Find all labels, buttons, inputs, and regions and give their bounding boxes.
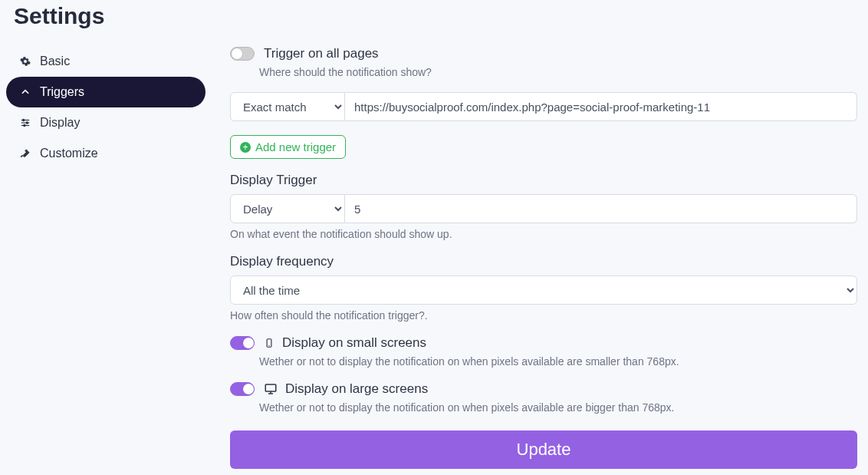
helper-text: Where should the notification show? [259,66,857,78]
toggle-display-small-screens[interactable] [230,336,255,350]
select-trigger-match-type[interactable]: Exact match [230,92,345,121]
page-title: Settings [14,3,868,29]
add-new-trigger-label: Add new trigger [255,140,336,153]
display-frequency-label: Display frequency [230,254,857,269]
sidebar-item-label: Basic [40,54,70,68]
desktop-icon [264,382,278,396]
svg-point-3 [26,122,28,124]
display-trigger-label: Display Trigger [230,173,857,188]
toggle-label: Trigger on all pages [264,46,379,61]
helper-text: Wether or not to display the notificatio… [259,401,857,414]
select-display-trigger-type[interactable]: Delay [230,194,345,223]
input-display-trigger-value[interactable] [345,194,857,223]
sidebar-item-label: Triggers [40,85,84,99]
sidebar-item-label: Customize [40,147,98,160]
svg-point-1 [23,119,25,120]
svg-rect-8 [265,384,276,391]
helper-text: How often should the notification trigge… [230,309,857,322]
sidebar-item-customize[interactable]: Customize [6,138,205,169]
settings-sidebar: Basic Triggers Display [6,46,205,169]
update-button[interactable]: Update [230,430,857,469]
toggle-trigger-all-pages[interactable] [230,47,255,61]
plus-icon: + [240,142,251,153]
gear-icon [20,56,31,67]
toggle-label: Display on small screens [282,335,426,351]
select-display-frequency[interactable]: All the time [230,275,857,305]
sliders-icon [20,117,31,128]
sidebar-item-basic[interactable]: Basic [6,46,205,77]
svg-point-5 [24,124,25,126]
settings-panel-triggers: Trigger on all pages Where should the no… [205,46,868,475]
helper-text: On what event the notification should sh… [230,228,857,240]
toggle-display-large-screens[interactable] [230,382,255,396]
toggle-label: Display on large screens [285,381,428,397]
helper-text: Wether or not to display the notificatio… [259,355,857,368]
add-new-trigger-button[interactable]: + Add new trigger [230,135,346,159]
sidebar-item-display[interactable]: Display [6,107,205,138]
brush-icon [20,148,31,159]
mobile-icon [264,336,275,350]
sidebar-item-label: Display [40,116,80,130]
sidebar-item-triggers[interactable]: Triggers [6,77,205,107]
input-trigger-url[interactable] [345,92,857,121]
chevron-up-icon [20,87,31,97]
